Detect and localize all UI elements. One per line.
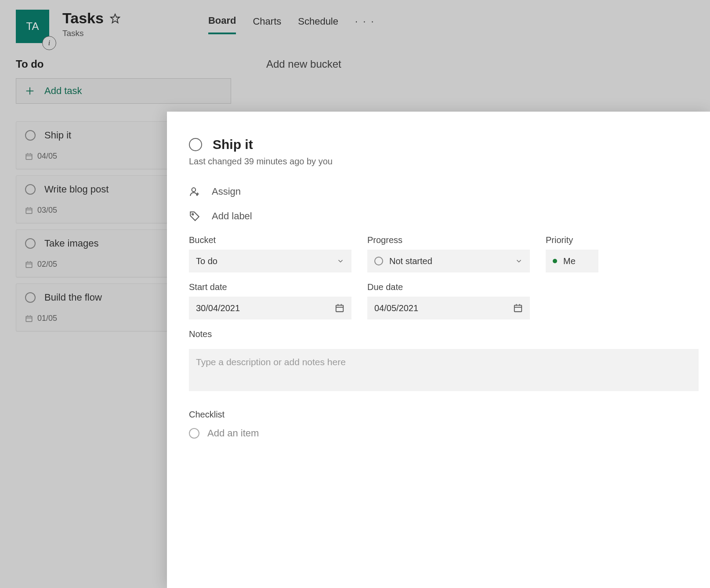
svg-point-19 xyxy=(192,188,196,192)
start-date-value: 30/04/2021 xyxy=(196,303,240,313)
progress-status-icon xyxy=(374,257,383,265)
start-date-label: Start date xyxy=(189,282,351,292)
notes-label: Notes xyxy=(189,329,710,339)
due-date-label: Due date xyxy=(367,282,530,292)
panel-complete-toggle[interactable] xyxy=(189,138,202,151)
panel-title[interactable]: Ship it xyxy=(213,137,253,152)
add-label-button[interactable]: Add label xyxy=(189,211,710,222)
calendar-icon xyxy=(335,303,344,313)
bucket-field-label: Bucket xyxy=(189,235,351,245)
priority-dot-icon xyxy=(553,259,557,263)
add-label-text: Add label xyxy=(212,211,252,222)
priority-select[interactable]: Me xyxy=(546,250,598,272)
svg-point-22 xyxy=(192,214,193,215)
chevron-down-icon xyxy=(337,257,344,265)
due-date-value: 04/05/2021 xyxy=(374,303,418,313)
progress-field-label: Progress xyxy=(367,235,530,245)
svg-rect-27 xyxy=(514,305,522,312)
assign-button[interactable]: Assign xyxy=(189,186,710,197)
due-date-input[interactable]: 04/05/2021 xyxy=(367,297,530,319)
bucket-value: To do xyxy=(196,256,217,266)
notes-input[interactable]: Type a description or add notes here xyxy=(189,349,699,391)
svg-rect-23 xyxy=(336,305,344,312)
checklist-add-item[interactable]: Add an item xyxy=(189,428,710,439)
assign-icon xyxy=(189,186,200,197)
checklist-add-label: Add an item xyxy=(207,428,259,439)
calendar-icon xyxy=(513,303,523,313)
panel-meta: Last changed 39 minutes ago by you xyxy=(189,156,710,167)
tag-icon xyxy=(189,211,200,222)
assign-label: Assign xyxy=(212,186,241,197)
progress-value: Not started xyxy=(389,256,432,266)
checklist-circle-icon xyxy=(189,428,199,439)
priority-value: Me xyxy=(563,256,576,266)
priority-field-label: Priority xyxy=(546,235,598,245)
chevron-down-icon xyxy=(515,257,523,265)
notes-placeholder: Type a description or add notes here xyxy=(196,357,346,367)
task-detail-panel: Ship it Last changed 39 minutes ago by y… xyxy=(167,112,710,588)
checklist-label: Checklist xyxy=(189,410,710,420)
progress-select[interactable]: Not started xyxy=(367,250,530,272)
start-date-input[interactable]: 30/04/2021 xyxy=(189,297,351,319)
bucket-select[interactable]: To do xyxy=(189,250,351,272)
